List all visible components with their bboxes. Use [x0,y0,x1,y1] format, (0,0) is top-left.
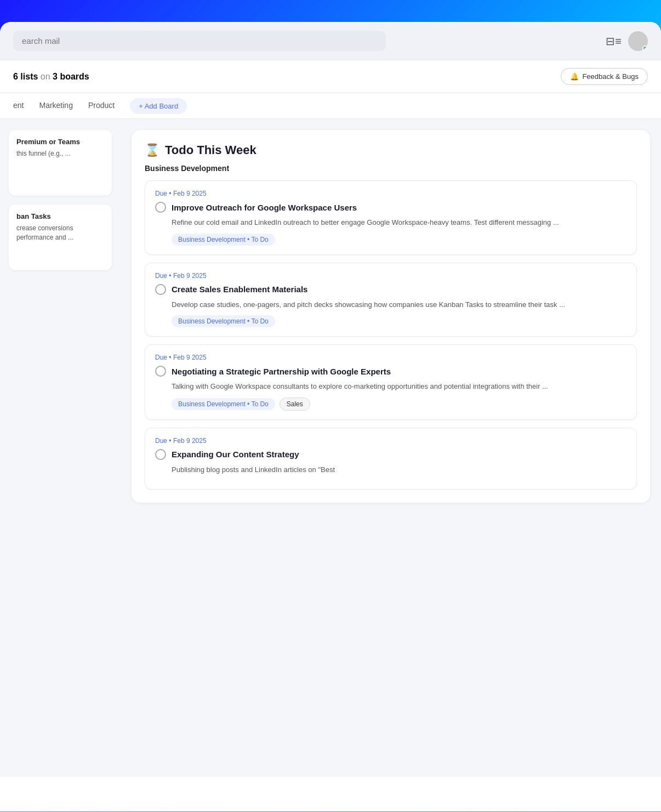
main-panel: ⌛ Todo This Week Business Development Du… [121,130,661,766]
search-input[interactable] [13,31,386,51]
tab-management[interactable]: ent [13,93,24,118]
task-3-tags: Business Development • To Do Sales [155,398,626,411]
task-4-title-row: Expanding Our Content Strategy [155,449,626,460]
task-2-title-row: Create Sales Enablement Materials [155,284,626,295]
task-3-tag-1[interactable]: Business Development • To Do [172,398,275,410]
task-4-due: Due • Feb 9 2025 [155,437,626,445]
header: ⊟≡ [0,22,661,60]
avatar [628,31,648,51]
todo-container: ⌛ Todo This Week Business Development Du… [132,130,650,503]
task-card-2[interactable]: Due • Feb 9 2025 Create Sales Enablement… [145,263,637,337]
side-card-1-title: Premium or Teams [16,138,104,146]
task-2-checkbox[interactable] [155,284,166,295]
todo-header: ⌛ Todo This Week [145,143,637,157]
boards-bar: 6 lists on 3 boards 🔔 Feedback & Bugs [0,60,661,93]
todo-title: Todo This Week [165,143,257,157]
tab-product[interactable]: Product [88,93,115,118]
task-1-tag-1[interactable]: Business Development • To Do [172,234,275,246]
board-count: 3 boards [53,72,89,81]
side-card-2[interactable]: ban Tasks crease conversions performance… [9,205,112,270]
task-3-title: Negotiating a Strategic Partnership with… [172,367,391,376]
task-1-due: Due • Feb 9 2025 [155,190,626,197]
task-3-checkbox[interactable] [155,366,166,377]
task-card-1[interactable]: Due • Feb 9 2025 Improve Outreach for Go… [145,180,637,255]
task-1-title: Improve Outreach for Google Workspace Us… [172,203,357,212]
side-card-2-title: ban Tasks [16,212,104,220]
task-3-title-row: Negotiating a Strategic Partnership with… [155,366,626,377]
task-1-description: Refine our cold email and LinkedIn outre… [155,217,626,228]
avatar-status-dot [642,46,648,51]
task-4-checkbox[interactable] [155,449,166,460]
list-count: 6 lists [13,72,38,81]
task-1-checkbox[interactable] [155,202,166,213]
task-2-description: Develop case studies, one-pagers, and pi… [155,299,626,310]
feedback-button[interactable]: 🔔 Feedback & Bugs [561,68,648,85]
task-card-4[interactable]: Due • Feb 9 2025 Expanding Our Content S… [145,428,637,490]
side-card-1-text: this funnel (e.g., ... [16,149,104,158]
task-3-due: Due • Feb 9 2025 [155,354,626,361]
task-2-tags: Business Development • To Do [155,315,626,327]
side-card-1[interactable]: Premium or Teams this funnel (e.g., ... [9,130,112,196]
task-4-title: Expanding Our Content Strategy [172,450,299,459]
task-1-tags: Business Development • To Do [155,234,626,246]
tabs-bar: ent Marketing Product + Add Board [0,93,661,119]
header-right: ⊟≡ [606,31,648,51]
task-4-description: Publishing blog posts and LinkedIn artic… [155,464,626,475]
hourglass-icon: ⌛ [145,143,159,157]
task-card-3[interactable]: Due • Feb 9 2025 Negotiating a Strategic… [145,344,637,420]
task-2-due: Due • Feb 9 2025 [155,272,626,280]
count-on-text: on [41,72,50,81]
section-label: Business Development [145,164,637,173]
side-card-2-text: crease conversions performance and ... [16,224,104,242]
feedback-icon: 🔔 [570,72,579,81]
add-board-button[interactable]: + Add Board [130,98,187,114]
left-sidebar: Premium or Teams this funnel (e.g., ... … [0,130,121,766]
task-3-tag-sales[interactable]: Sales [280,398,310,411]
feedback-label: Feedback & Bugs [582,72,639,81]
main-content: Premium or Teams this funnel (e.g., ... … [0,119,661,777]
task-1-title-row: Improve Outreach for Google Workspace Us… [155,202,626,213]
filter-icon[interactable]: ⊟≡ [606,35,622,48]
boards-count-text: 6 lists on 3 boards [13,72,89,82]
task-3-description: Talking with Google Workspace consultant… [155,381,626,392]
task-2-title: Create Sales Enablement Materials [172,285,307,294]
task-2-tag-1[interactable]: Business Development • To Do [172,315,275,327]
tab-marketing[interactable]: Marketing [39,93,72,118]
